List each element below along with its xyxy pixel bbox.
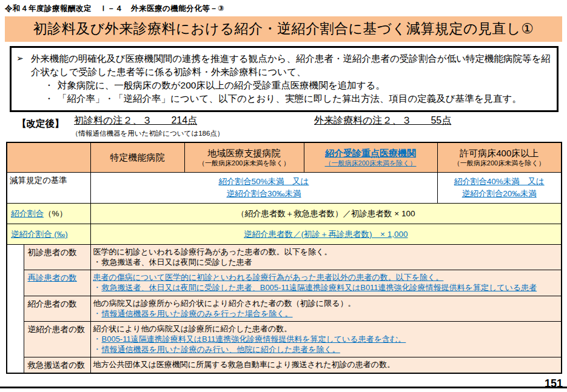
definition-bullet: ・ B005-11遠隔連携診療料又はB11連携強化診療情報提供料を算定している患… [93,334,559,344]
revision-gairai-points: 外来診療料の注２、３ 55点 [314,115,451,127]
definition-content: 医学的に初診といわれる診療行為があった患者の数。以下を除く。 ・ 救急搬送者、休… [90,245,562,270]
summary-lead: ➢ 外来機能の明確化及び医療機関間の連携を推進する観点から、紹介患者・逆紹介患者… [16,52,551,79]
definition-line: 地方公共団体又は医療機関に所属する救急自動車により搬送された初診の患者の数。 [93,359,559,370]
definition-bullet: ・ 救急搬送者、休日又は夜間に受診した患者 [93,257,559,267]
definition-label-text: 再診患者の数 [28,273,77,282]
definition-bullet: ・ 情報通信機器を用いた診療のみを行った場合を除く。 [93,308,559,319]
basis-merged-line1: 紹介割合50%未満 又は [93,176,435,188]
col-header-subtext: （一般病床200床未満を除く） [307,159,435,167]
col-header-kyoka-400: 許可病床400床以上 （一般病床200床未満を除く） [437,142,562,173]
summary-bullet-2-text: 「紹介率」・「逆紹介率」について、以下のとおり、実態に即した算出方法、項目の定義… [58,92,551,105]
definition-bullet: ・ 情報通信機器を用いた診療のみ行い、他院に紹介した患者を除く。 [93,344,559,354]
definition-content: 他の病院又は診療所から紹介状により紹介された者の数（初診に限る）。 ・ 情報通信… [90,296,562,321]
slide-title-bar: 初診料及び外来診療料における紹介・逆紹介割合に基づく減算規定の見直し① [5,16,562,42]
basis-row-label: 減算規定の基準 [7,173,90,204]
basis-merged-cell: 紹介割合50%未満 又は 逆紹介割合30‰未満 [90,173,437,204]
dot-bullet-icon: ・ [93,308,102,319]
reduction-rule-table: 特定機能病院 地域医療支援病院 （一般病床200床未満を除く） 紹介受診重点医療… [6,142,562,374]
definition-bullet: ・ 救急搬送者、休日又は夜間に受診した患者、B005-11遠隔連携診療料又はB0… [93,282,559,293]
definition-label: 逆紹介患者の数 [24,321,90,357]
revision-label: 【改定後】 [17,118,64,130]
page-number: 151 [545,377,563,390]
summary-bullet-2: ・ 「紹介率」・「逆紹介率」について、以下のとおり、実態に即した算出方法、項目の… [16,92,551,105]
referral-ratio-unit: （%） [44,209,67,218]
revision-strip: 【改定後】 初診料の注２、３ 214点 外来診療料の注２、３ 55点 （情報通信… [0,113,567,142]
basis-merged-line2: 逆紹介割合30‰未満 [93,188,435,200]
definition-bullet-text: 救急搬送者、休日又は夜間に受診した患者、B005-11遠隔連携診療料又はB011… [102,282,559,293]
definition-row-shoshin: 初診患者の数 医学的に初診といわれる診療行為があった患者の数。以下を除く。 ・ … [7,245,562,270]
definition-bullet-text: 救急搬送者、休日又は夜間に受診した患者 [102,257,559,267]
basis-row: 減算規定の基準 紹介割合50%未満 又は 逆紹介割合30‰未満 紹介割合40%未… [7,173,562,204]
definition-row-kyukyu: 救急搬送者の数 地方公共団体又は医療機関に所属する救急自動車により搬送された初診… [7,357,562,373]
document-header: 令和４年度診療報酬改定 Ｉ－４ 外来医療の機能分化等－③ [0,0,567,16]
definition-line: 患者の傷病について医学的に初診といわれる診療行為があった患者以外の患者の数。以下… [93,272,559,282]
dot-bullet-icon: ・ [93,282,102,293]
arrow-bullet-icon: ➢ [16,52,31,79]
reverse-referral-ratio-label-cell: 逆紹介割合 (‰) [7,224,90,245]
referral-ratio-formula: （紹介患者数＋救急患者数）／初診患者数 × 100 [90,204,562,224]
definition-label: 紹介患者の数 [24,296,90,321]
col-header-subtext: （一般病床200床未満を除く） [187,159,301,167]
basis-col4-line1: 紹介割合40%未満 又は [440,176,559,188]
definition-indent-cell [7,245,24,373]
definition-row-shokai: 紹介患者の数 他の病院又は診療所から紹介状により紹介された者の数（初診に限る）。… [7,296,562,321]
col-header-text: 紹介受診重点医療機関 [307,148,435,159]
definition-line: 他の病院又は診療所から紹介状により紹介された者の数（初診に限る）。 [93,298,559,308]
dot-bullet-icon: ・ [93,334,102,344]
slide-title: 初診料及び外来診療料における紹介・逆紹介割合に基づく減算規定の見直し① [33,21,534,36]
definition-label: 初診患者の数 [24,245,90,270]
dot-bullet-icon: ・ [44,79,58,92]
basis-col4-cell: 紹介割合40%未満 又は 逆紹介割合20‰未満 [437,173,562,204]
definition-bullet-text: 情報通信機器を用いた診療のみ行い、他院に紹介した患者を除く。 [102,344,559,354]
referral-ratio-label-cell: 紹介割合（%） [7,204,90,224]
definition-content: 地方公共団体又は医療機関に所属する救急自動車により搬送された初診の患者の数。 [90,357,562,373]
reverse-referral-ratio-formula: 逆紹介患者数／(初診＋再診患者数) × 1,000 [90,224,562,245]
definition-row-saishin: 再診患者の数 患者の傷病について医学的に初診といわれる診療行為があった患者以外の… [7,270,562,296]
summary-bullet-1-text: 対象病院に、一般病床の数が200床以上の紹介受診重点医療機関を追加する。 [58,79,551,92]
basis-col4-line2: 逆紹介割合20‰未満 [440,188,559,200]
col-header-text: 地域医療支援病院 [187,148,301,159]
reverse-referral-ratio-row: 逆紹介割合 (‰) 逆紹介患者数／(初診＋再診患者数) × 1,000 [7,224,562,245]
definition-label: 救急搬送者の数 [24,357,90,373]
revision-shoshinryo-points: 初診料の注２、３ 214点 [74,115,197,127]
summary-box: ➢ 外来機能の明確化及び医療機関間の連携を推進する観点から、紹介患者・逆紹介患者… [10,46,559,112]
definition-bullet-text: 情報通信機器を用いた診療のみを行った場合を除く。 [102,308,559,319]
definition-row-gyaku-shokai: 逆紹介患者の数 紹介状により他の病院又は診療所に紹介した患者の数。 ・ B005… [7,321,562,357]
col-header-chiiki: 地域医療支援病院 （一般病床200床未満を除く） [184,142,304,173]
referral-ratio-row: 紹介割合（%） （紹介患者数＋救急患者数）／初診患者数 × 100 [7,204,562,224]
table-header-row: 特定機能病院 地域医療支援病院 （一般病床200床未満を除く） 紹介受診重点医療… [7,142,562,173]
definition-content: 紹介状により他の病院又は診療所に紹介した患者の数。 ・ B005-11遠隔連携診… [90,321,562,357]
reverse-referral-ratio-label: 逆紹介割合 (‰) [11,230,68,239]
col-header-subtext: （一般病床200床未満を除く） [440,159,559,167]
dot-bullet-icon: ・ [44,92,58,105]
definition-label: 再診患者の数 [24,270,90,296]
revision-note: （情報通信機器を用いた初診については186点） [72,129,224,138]
definition-line: 紹介状により他の病院又は診療所に紹介した患者の数。 [93,324,559,334]
definition-line: 医学的に初診といわれる診療行為があった患者の数。以下を除く。 [93,247,559,257]
dot-bullet-icon: ・ [93,257,102,267]
referral-ratio-label: 紹介割合 [11,209,44,218]
definition-content: 患者の傷病について医学的に初診といわれる診療行為があった患者以外の患者の数。以下… [90,270,562,296]
footer-divider [0,387,567,388]
col-header-text: 許可病床400床以上 [440,148,559,159]
summary-lead-text: 外来機能の明確化及び医療機関間の連携を推進する観点から、紹介患者・逆紹介患者の受… [31,52,551,79]
table-corner-cell [7,142,90,173]
definition-bullet-text: B005-11遠隔連携診療料又はB11連携強化診療情報提供料を算定している患者を… [102,334,559,344]
col-header-text: 特定機能病院 [93,152,182,164]
summary-bullet-1: ・ 対象病院に、一般病床の数が200床以上の紹介受診重点医療機関を追加する。 [16,79,551,92]
col-header-tokutei: 特定機能病院 [90,142,184,173]
col-header-shokai-juten: 紹介受診重点医療機関 （一般病床200床未満を除く） [304,142,437,173]
dot-bullet-icon: ・ [93,344,102,354]
